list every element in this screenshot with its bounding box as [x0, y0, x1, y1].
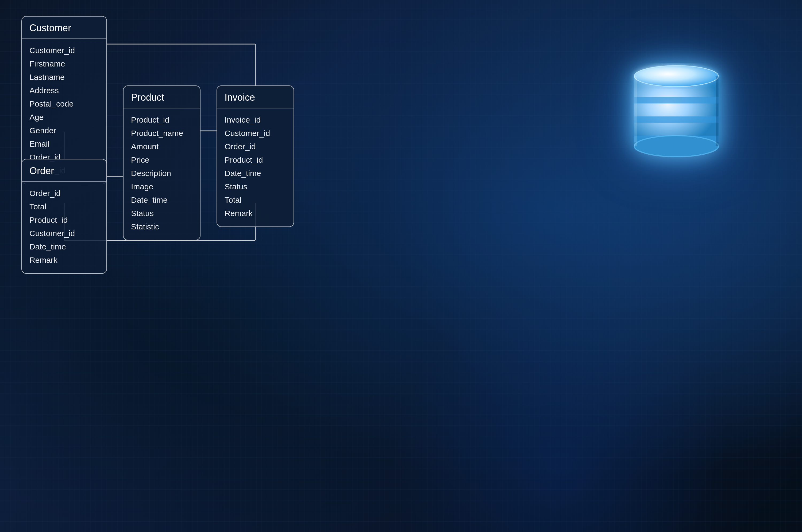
invoice-fields: Invoice_idCustomer_idOrder_idProduct_idD… [217, 109, 293, 227]
entity-field: Product_id [30, 214, 99, 226]
product-fields: Product_idProduct_nameAmountPriceDescrip… [124, 109, 200, 240]
entity-field: Customer_id [30, 45, 99, 56]
database-icon [620, 48, 732, 160]
entity-field: Date_time [224, 168, 286, 179]
entity-field: Amount [131, 141, 193, 152]
customer-title: Customer [22, 17, 106, 39]
entity-invoice: Invoice Invoice_idCustomer_idOrder_idPro… [217, 86, 294, 227]
entity-field: Date_time [131, 194, 193, 206]
entity-field: Date_time [30, 241, 99, 252]
entity-field: Status [131, 208, 193, 219]
product-title: Product [124, 86, 200, 109]
entity-field: Price [131, 154, 193, 166]
entity-field: Gender [30, 125, 99, 136]
entity-field: Invoice_id [224, 114, 286, 126]
entity-field: Remark [30, 254, 99, 266]
svg-rect-9 [634, 97, 718, 103]
entity-field: Image [131, 181, 193, 192]
entity-field: Email [30, 138, 99, 150]
entity-field: Lastname [30, 72, 99, 83]
order-fields: Order_idTotalProduct_idCustomer_idDate_t… [22, 182, 106, 273]
invoice-title: Invoice [217, 86, 293, 109]
entity-field: Description [131, 168, 193, 179]
entity-field: Product_id [131, 114, 193, 126]
entity-field: Total [30, 201, 99, 212]
entity-order: Order Order_idTotalProduct_idCustomer_id… [21, 159, 107, 274]
entity-field: Address [30, 85, 99, 96]
entity-field: Age [30, 112, 99, 123]
svg-rect-16 [634, 76, 637, 146]
entity-field: Total [224, 194, 286, 206]
svg-rect-17 [716, 76, 718, 146]
entity-field: Order_id [30, 188, 99, 199]
entity-field: Customer_id [30, 228, 99, 239]
entity-field: Firstname [30, 58, 99, 70]
erd-diagram: Customer Customer_idFirstnameLastnameAdd… [0, 0, 802, 532]
entity-product: Product Product_idProduct_nameAmountPric… [123, 86, 200, 240]
entity-field: Status [224, 181, 286, 192]
entity-field: Customer_id [224, 128, 286, 139]
entity-field: Product_id [224, 154, 286, 166]
entity-field: Product_name [131, 128, 193, 139]
entity-field: Statistic [131, 221, 193, 232]
order-title: Order [22, 159, 106, 182]
entity-field: Postal_code [30, 98, 99, 110]
svg-rect-10 [634, 116, 718, 123]
entity-field: Remark [224, 208, 286, 219]
entity-field: Order_id [224, 141, 286, 152]
